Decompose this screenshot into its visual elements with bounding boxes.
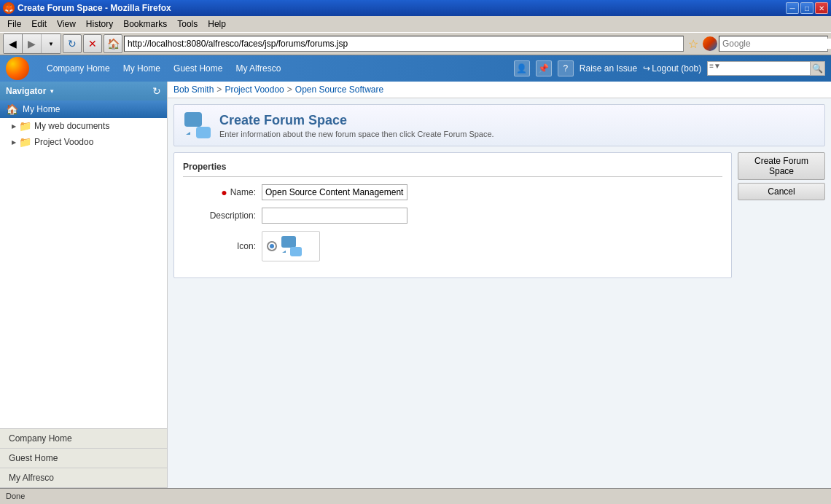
minimize-button[interactable]: ─ (786, 2, 799, 14)
search-section: 🔍 (703, 36, 828, 52)
back-button[interactable]: ◀ (4, 34, 23, 53)
status-text: Done (6, 492, 25, 500)
page-subtitle: Enter information about the new forum sp… (219, 130, 494, 138)
page-header: Create Forum Space Enter information abo… (173, 104, 825, 146)
menu-file[interactable]: File (3, 17, 26, 31)
address-bar (124, 36, 684, 52)
menu-history[interactable]: History (82, 17, 117, 31)
search-input[interactable] (719, 39, 831, 49)
address-input[interactable] (128, 39, 680, 49)
sidebar-bottom: Company Home Guest Home My Alfresco (0, 428, 167, 488)
content-area: Bob Smith > Project Voodoo > Open Source… (168, 82, 831, 488)
description-input[interactable] (262, 208, 407, 224)
properties-title: Properties (183, 162, 722, 177)
breadcrumb-open-source[interactable]: Open Source Software (295, 84, 383, 95)
raise-issue-link[interactable]: Raise an Issue (580, 63, 637, 74)
close-button[interactable]: ✕ (815, 2, 828, 14)
description-row: Description: (183, 208, 722, 224)
action-sidebar: Create Forum Space Cancel (738, 152, 825, 278)
forward-button[interactable]: ▶ (23, 34, 42, 53)
back-forward-group: ◀ ▶ ▼ (3, 34, 61, 54)
icon-radio-button[interactable] (267, 241, 277, 251)
search-engine-icon (703, 36, 717, 51)
home-button[interactable]: 🏠 (104, 34, 122, 53)
search-bar: 🔍 (719, 36, 828, 52)
bottom-company-home[interactable]: Company Home (0, 429, 167, 449)
menu-help[interactable]: Help (203, 17, 230, 31)
sidebar-spacer (0, 150, 167, 428)
app-search-button[interactable]: 🔍 (810, 62, 824, 75)
my-home-icon: 🏠 (6, 103, 18, 115)
app-search-input[interactable] (722, 62, 810, 75)
refresh-button[interactable]: ↻ (63, 34, 82, 53)
breadcrumb-project-voodoo[interactable]: Project Voodoo (225, 84, 284, 95)
app-nav: Company Home My Home Guest Home My Alfre… (41, 60, 502, 76)
restore-button[interactable]: □ (800, 2, 814, 14)
menu-bookmarks[interactable]: Bookmarks (119, 17, 171, 31)
properties-panel: Properties ● Name: Description: (173, 152, 732, 278)
page-title-area: Create Forum Space Enter information abo… (219, 113, 494, 138)
bottom-my-alfresco[interactable]: My Alfresco (0, 468, 167, 488)
app-logo (6, 57, 29, 80)
icon-row: Icon: (183, 231, 722, 261)
window-controls: ─ □ ✕ (786, 2, 828, 14)
shortcuts-icon[interactable]: 📌 (536, 60, 552, 76)
navigator-label: Navigator (6, 86, 46, 96)
nav-bar: ◀ ▶ ▼ ↻ ✕ 🏠 ☆ 🔍 (0, 32, 831, 55)
logout-arrow-icon: ↪ (643, 63, 650, 74)
breadcrumb: Bob Smith > Project Voodoo > Open Source… (168, 82, 831, 98)
nav-my-alfresco[interactable]: My Alfresco (230, 60, 286, 76)
firefox-icon (3, 2, 15, 14)
name-input[interactable] (262, 184, 407, 200)
tree-arrow-icon: ▶ (12, 123, 16, 130)
help-icon[interactable]: ? (558, 60, 574, 76)
nav-company-home[interactable]: Company Home (41, 60, 116, 76)
properties-section: Properties ● Name: Description: (173, 152, 732, 278)
page-icon (183, 111, 212, 140)
app-search: ≡▼ 🔍 (707, 61, 825, 76)
forum-space-icon (184, 112, 211, 138)
status-bar: Done (0, 488, 831, 503)
sidebar-my-home[interactable]: 🏠 My Home (0, 101, 167, 118)
breadcrumb-bob-smith[interactable]: Bob Smith (173, 84, 214, 95)
nav-my-home[interactable]: My Home (117, 60, 166, 76)
bookmark-star[interactable]: ☆ (685, 37, 701, 51)
folder-icon: 📁 (19, 120, 31, 132)
menu-view[interactable]: View (52, 17, 80, 31)
window-title: Create Forum Space - Mozilla Firefox (17, 3, 171, 13)
page-title: Create Forum Space (219, 113, 494, 128)
sidebar-web-docs[interactable]: ▶ 📁 My web documents (0, 118, 167, 134)
history-dropdown[interactable]: ▼ (42, 34, 61, 53)
nav-guest-home[interactable]: Guest Home (168, 60, 228, 76)
app-header: Company Home My Home Guest Home My Alfre… (0, 55, 831, 82)
sidebar-refresh-icon[interactable]: ↻ (152, 85, 161, 97)
app-header-right: 👤 📌 ? Raise an Issue ↪ Logout (bob) ≡▼ 🔍 (514, 60, 825, 76)
title-bar: Create Forum Space - Mozilla Firefox ─ □… (0, 0, 831, 16)
bottom-guest-home[interactable]: Guest Home (0, 449, 167, 468)
menu-tools[interactable]: Tools (173, 17, 202, 31)
user-tasks-icon[interactable]: 👤 (514, 60, 530, 76)
app-search-dropdown[interactable]: ≡▼ (708, 62, 722, 75)
description-label: Description: (210, 210, 256, 221)
required-icon: ● (221, 186, 227, 198)
logout-button[interactable]: ↪ Logout (bob) (643, 63, 701, 74)
create-forum-space-button[interactable]: Create Forum Space (738, 152, 825, 180)
sidebar-header: Navigator ▼ ↻ (0, 82, 167, 101)
main-layout: Navigator ▼ ↻ 🏠 My Home ▶ 📁 My web docum… (0, 82, 831, 488)
app-search-bar: ≡▼ 🔍 (707, 61, 825, 76)
tree-arrow-icon-2: ▶ (12, 139, 16, 146)
icon-selector (262, 231, 320, 261)
icon-label: Icon: (237, 241, 256, 251)
menu-edit[interactable]: Edit (27, 17, 51, 31)
sidebar: Navigator ▼ ↻ 🏠 My Home ▶ 📁 My web docum… (0, 82, 168, 488)
stop-button[interactable]: ✕ (83, 34, 102, 53)
cancel-button[interactable]: Cancel (738, 183, 825, 200)
folder-icon-2: 📁 (19, 136, 31, 148)
navigator-dropdown-icon: ▼ (49, 88, 55, 95)
main-content: Properties ● Name: Description: (173, 152, 825, 278)
sidebar-project-voodoo[interactable]: ▶ 📁 Project Voodoo (0, 134, 167, 150)
name-row: ● Name: (183, 184, 722, 200)
name-label: Name: (230, 187, 256, 197)
menu-bar: File Edit View History Bookmarks Tools H… (0, 16, 831, 32)
forum-icon-preview (281, 236, 302, 256)
